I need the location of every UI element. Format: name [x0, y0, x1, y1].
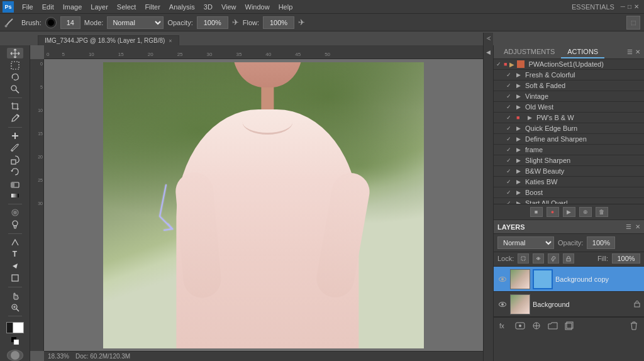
- flow-input[interactable]: [263, 16, 294, 29]
- panel-menu-btn[interactable]: ☰: [627, 48, 633, 55]
- action-item-boost[interactable]: ✓ ▶ Boost: [494, 187, 644, 198]
- action-item-old-west[interactable]: ✓ ▶ Old West: [494, 102, 644, 113]
- tool-quick-select[interactable]: [7, 84, 23, 94]
- menu-file[interactable]: File: [18, 2, 38, 12]
- tool-crop[interactable]: [7, 101, 23, 112]
- color-selector[interactable]: [6, 322, 24, 333]
- svg-rect-1: [11, 62, 19, 69]
- layer-opacity-input[interactable]: [587, 236, 615, 249]
- tool-hand[interactable]: [7, 290, 23, 301]
- side-icon-a[interactable]: A: [486, 36, 492, 40]
- extra-btn[interactable]: ⬚: [626, 16, 640, 30]
- lock-transparency-btn[interactable]: [518, 253, 529, 264]
- menu-select[interactable]: Select: [113, 2, 141, 12]
- toolbar-separator-4: [8, 233, 22, 234]
- close-btn[interactable]: ✕: [634, 3, 639, 10]
- tool-brush[interactable]: [7, 142, 23, 153]
- add-mask-btn[interactable]: [514, 320, 526, 331]
- menu-image[interactable]: Image: [58, 2, 87, 12]
- action-item-start-over[interactable]: ✓ ▶ Start All Over!: [494, 198, 644, 204]
- menu-help[interactable]: Help: [274, 2, 297, 12]
- restore-btn[interactable]: □: [628, 3, 631, 10]
- document-tab[interactable]: IMG_7344.JPG @ 18.3% (Layer 1, RGB/8) ×: [38, 35, 179, 45]
- layer-fx-btn[interactable]: fx: [497, 320, 510, 331]
- tab-adjustments[interactable]: ADJUSTMENTS: [497, 46, 561, 58]
- delete-action-btn[interactable]: 🗑: [596, 207, 608, 217]
- layer-item-background[interactable]: Background: [494, 292, 644, 317]
- actions-group-header[interactable]: ✓ ■ ▶ PWActionSet1(Updated): [494, 59, 644, 70]
- new-layer-btn[interactable]: [563, 320, 575, 331]
- stop-btn[interactable]: ■: [530, 207, 543, 217]
- menu-view[interactable]: View: [217, 2, 241, 12]
- menu-filter[interactable]: Filter: [140, 2, 164, 12]
- tool-dodge[interactable]: [7, 219, 23, 230]
- tool-type[interactable]: T: [7, 249, 23, 260]
- action-item-slight-sharpen[interactable]: ✓ ▶ Slight Sharpen: [494, 155, 644, 166]
- delete-layer-btn[interactable]: [628, 320, 640, 331]
- fill-input[interactable]: [612, 253, 640, 264]
- photo-canvas[interactable]: [103, 62, 424, 348]
- new-action-btn[interactable]: ⊕: [579, 207, 592, 217]
- action-item-define-sharpen[interactable]: ✓ ▶ Define and Sharpen: [494, 134, 644, 145]
- layer-blend-mode[interactable]: Normal: [497, 236, 554, 249]
- tool-eyedropper[interactable]: [7, 113, 23, 124]
- quick-mask-btn[interactable]: [7, 350, 23, 361]
- lock-all-btn[interactable]: [563, 253, 574, 264]
- tool-pen[interactable]: [7, 237, 23, 248]
- layer-visibility-bg-copy[interactable]: [497, 274, 508, 284]
- side-icon-toggle[interactable]: ◀: [486, 49, 491, 55]
- action-item-quick-edge[interactable]: ✓ ▶ Quick Edge Burn: [494, 123, 644, 134]
- menu-layer[interactable]: Layer: [86, 2, 113, 12]
- menu-analysis[interactable]: Analysis: [165, 2, 199, 12]
- tab-close-btn[interactable]: ×: [169, 38, 172, 44]
- opacity-input[interactable]: [197, 16, 228, 29]
- background-color[interactable]: [13, 322, 24, 333]
- panel-close-btn[interactable]: ✕: [635, 48, 640, 55]
- lock-position-btn[interactable]: [548, 253, 559, 264]
- tool-healing[interactable]: [7, 130, 23, 141]
- svg-point-2: [11, 86, 16, 91]
- new-group-btn[interactable]: [547, 320, 559, 331]
- blend-mode-select[interactable]: Normal: [107, 16, 164, 29]
- action-label: B&W Beauty: [525, 167, 641, 175]
- minimize-btn[interactable]: ─: [621, 3, 625, 10]
- workspace-label[interactable]: ESSENTIALS: [572, 3, 621, 11]
- tool-gradient[interactable]: [7, 190, 23, 201]
- action-item-bw-beauty[interactable]: ✓ ▶ B&W Beauty: [494, 166, 644, 177]
- opacity-airbrush-btn[interactable]: ✈: [232, 18, 239, 27]
- tool-history-brush[interactable]: [7, 166, 23, 177]
- layer-visibility-background[interactable]: [497, 299, 508, 309]
- tool-path-select[interactable]: [7, 261, 23, 272]
- play-btn[interactable]: ▶: [563, 207, 575, 217]
- action-item-frame[interactable]: ✓ ▶ frame: [494, 145, 644, 155]
- lock-pixels-btn[interactable]: [533, 253, 544, 264]
- tool-eraser[interactable]: [7, 178, 23, 189]
- tool-lasso[interactable]: [7, 72, 23, 82]
- action-item-katies-bw[interactable]: ✓ ▶ Katies BW: [494, 177, 644, 187]
- airbrush-icon[interactable]: ✈: [298, 18, 305, 27]
- default-colors-btn[interactable]: [11, 337, 19, 345]
- brush-size-input[interactable]: [60, 16, 80, 29]
- adjustment-layer-btn[interactable]: [530, 320, 543, 331]
- action-item-pw-bw[interactable]: ✓ ■ ▶ PW's B & W: [494, 113, 644, 123]
- tab-filename: IMG_7344.JPG @ 18.3% (Layer 1, RGB/8): [45, 37, 165, 44]
- tool-move[interactable]: [7, 48, 23, 58]
- layer-item-bg-copy[interactable]: Background copy: [494, 267, 644, 292]
- layers-panel-close[interactable]: ✕: [635, 223, 640, 230]
- action-item-vintage[interactable]: ✓ ▶ Vintage: [494, 91, 644, 102]
- tool-zoom[interactable]: [7, 302, 23, 313]
- layers-panel-menu[interactable]: ☰: [626, 223, 631, 230]
- layer-mask-bg-copy[interactable]: [533, 269, 553, 289]
- action-item-soft-faded[interactable]: ✓ ▶ Soft & Faded: [494, 81, 644, 91]
- menu-window[interactable]: Window: [241, 2, 274, 12]
- tool-blur[interactable]: [7, 208, 23, 218]
- action-item-fresh-colorful[interactable]: ✓ ▶ Fresh & Colorful: [494, 70, 644, 81]
- record-btn[interactable]: ●: [547, 207, 559, 217]
- tool-shape[interactable]: [7, 273, 23, 284]
- tab-actions[interactable]: ACTIONS: [561, 46, 604, 58]
- menu-edit[interactable]: Edit: [38, 2, 58, 12]
- brush-preview[interactable]: [45, 17, 57, 28]
- menu-3d[interactable]: 3D: [199, 2, 217, 12]
- tool-marquee[interactable]: [7, 60, 23, 70]
- tool-clone[interactable]: [7, 154, 23, 165]
